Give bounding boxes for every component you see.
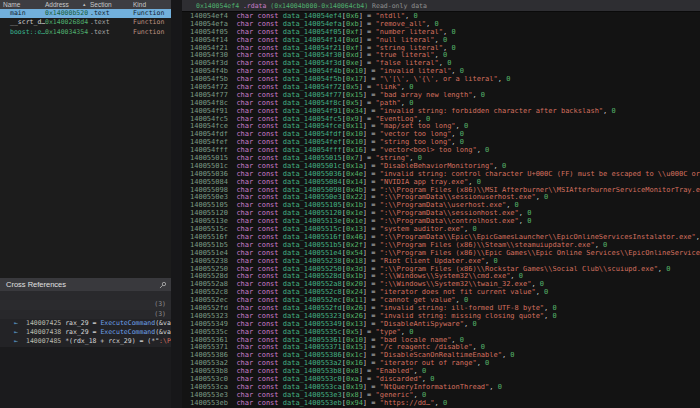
xrefs-group-count: (3) xyxy=(154,300,166,309)
data-definition-row[interactable]: 14005513e char const data_14005513e[0x1e… xyxy=(182,218,700,226)
table-row[interactable]: __scrt_d…0x1400268d4.textFunction xyxy=(0,18,171,27)
data-definition-row[interactable]: 140055036 char const data_140055036[0x4e… xyxy=(182,171,700,179)
symbol-name: __scrt_d… xyxy=(10,18,45,27)
data-definition-row[interactable]: 1400552c8 char const data_1400552c8[0x24… xyxy=(182,289,700,297)
xref-row[interactable]: ⇤140007425 rax_29 = ExecuteCommand(&var_… xyxy=(0,319,171,328)
symbol-address: 0x1400268d4 xyxy=(45,18,88,27)
data-definition-row[interactable]: 140054fce char const data_140054fce[0x11… xyxy=(182,123,700,131)
column-header-name[interactable]: Name xyxy=(3,0,20,9)
table-row[interactable]: main0x14000b520.textFunction xyxy=(0,9,171,18)
data-definition-row[interactable]: 140055386 char const data_140055386[0x1c… xyxy=(182,352,700,360)
data-definition-row[interactable]: 140055105 char const data_140055105[0x1b… xyxy=(182,202,700,210)
binary-ninja-window: Name Address ▴ Section Kind main0x14000b… xyxy=(0,0,700,408)
data-definition-row[interactable]: 140055349 char const data_140055349[0x13… xyxy=(182,321,700,329)
rdata-listing[interactable]: 140054ef4 char const data_140054ef4[0x6]… xyxy=(182,13,700,408)
data-definition-row[interactable]: 140054f91 char const data_140054f91[0x34… xyxy=(182,108,700,116)
data-definition-row[interactable]: 1400551e4 char const data_1400551e4[0x54… xyxy=(182,250,700,258)
data-definition-row[interactable]: 1400552fd char const data_1400552fd[0x26… xyxy=(182,305,700,313)
data-definition-row[interactable]: 140054fc5 char const data_140054fc5[0x9]… xyxy=(182,116,700,124)
incoming-reference-icon: ⇤ xyxy=(14,328,26,337)
data-definition-row[interactable]: 140055015 char const data_140055015[0x7]… xyxy=(182,155,700,163)
column-header-address[interactable]: Address xyxy=(45,0,69,9)
data-definition-row[interactable]: 140055250 char const data_140055250[0x3d… xyxy=(182,266,700,274)
data-definition-row[interactable]: 1400553ca char const data_1400553ca[0x19… xyxy=(182,384,700,392)
data-definition-row[interactable]: 140054f72 char const data_140054f72[0x5]… xyxy=(182,84,700,92)
column-header-kind[interactable]: Kind xyxy=(133,0,146,9)
linear-view: 0x140054ef4 .rdata (0x14004b000-0x140064… xyxy=(182,0,700,408)
data-definition-row[interactable]: 140054f14 char const data_140054f14[0xd]… xyxy=(182,37,700,45)
table-row[interactable]: boost::e…0x140034354.textFunction xyxy=(0,28,171,37)
left-sidebar: Name Address ▴ Section Kind main0x14000b… xyxy=(0,0,171,408)
data-definition-row[interactable]: 14005528d char const data_14005528d[0x1b… xyxy=(182,273,700,281)
xrefs-list: ⇤140007425 rax_29 = ExecuteCommand(&var_… xyxy=(0,319,171,347)
xrefs-function-count: (3) xyxy=(154,310,166,319)
data-definition-row[interactable]: 1400551b5 char const data_1400551b5[0x2f… xyxy=(182,242,700,250)
data-definition-row[interactable]: 1400550e3 char const data_1400550e3[0x22… xyxy=(182,194,700,202)
data-definition-row[interactable]: 14005515c char const data_14005515c[0x13… xyxy=(182,226,700,234)
data-definition-row[interactable]: 140055323 char const data_140055323[0x26… xyxy=(182,313,700,321)
data-definition-row[interactable]: 1400553c0 char const data_1400553c0[0xa]… xyxy=(182,376,700,384)
data-definition-row[interactable]: 140054f8c char const data_140054f8c[0x5]… xyxy=(182,100,700,108)
data-definition-row[interactable]: 140054f05 char const data_140054f05[0xf]… xyxy=(182,29,700,37)
xrefs-function-sub-140006ce8[interactable]: ▾sub_140006ce8 (3) xyxy=(0,310,171,319)
data-definition-row[interactable]: 1400552a8 char const data_1400552a8[0x20… xyxy=(182,281,700,289)
cross-references-title: Cross References xyxy=(6,280,66,289)
symbol-name: main xyxy=(10,9,26,18)
data-definition-row[interactable]: 140054f30 char const data_140054f30[0xd]… xyxy=(182,52,700,60)
xrefs-group-code-references[interactable]: ▾Code References (3) xyxy=(0,300,171,309)
data-definition-row[interactable]: 1400553e3 char const data_1400553e3[0x8]… xyxy=(182,392,700,400)
xrefs-filter-row[interactable]: ▸Filter (3) xyxy=(0,291,171,300)
data-definition-row[interactable]: 140055371 char const data_140055371[0x15… xyxy=(182,344,700,352)
symbol-section: .text xyxy=(90,9,110,18)
column-header-section[interactable]: Section xyxy=(90,0,112,9)
xref-row[interactable]: ⇤140007485 *(rdx_18 + rcx_29) = (*":\Pro… xyxy=(0,337,171,346)
data-definition-row[interactable]: 14005535c char const data_14005535c[0x5]… xyxy=(182,329,700,337)
symbol-name: boost::e… xyxy=(10,28,45,37)
data-definition-row[interactable]: 140054f3d char const data_140054f3d[0xe]… xyxy=(182,60,700,68)
section-range: (0x14004b000-0x140064cb4) xyxy=(270,2,368,10)
data-definition-row[interactable]: 140055120 char const data_140055120[0x1e… xyxy=(182,210,700,218)
cross-references-panel: Cross References ▸Filter (3) ▾Code Refer… xyxy=(0,278,171,408)
data-definition-row[interactable]: 140055084 char const data_140055084[0x14… xyxy=(182,179,700,187)
pin-icon[interactable] xyxy=(159,281,167,289)
cross-references-header: Cross References xyxy=(0,278,171,291)
data-definition-row[interactable]: 140054f4b char const data_140054f4b[0x10… xyxy=(182,68,700,76)
data-definition-row[interactable]: 140054fef char const data_140054fef[0x10… xyxy=(182,139,700,147)
symbol-section: .text xyxy=(90,28,110,37)
sort-ascending-icon: ▴ xyxy=(83,0,86,9)
symbol-table-body: main0x14000b520.textFunction__scrt_d…0x1… xyxy=(0,9,171,37)
data-definition-row[interactable]: 1400553eb char const data_1400553eb[0x94… xyxy=(182,400,700,408)
symbol-address: 0x140034354 xyxy=(45,28,88,37)
data-definition-row[interactable]: 140054f5b char const data_140054f5b[0x17… xyxy=(182,76,700,84)
current-address: 0x140054ef4 xyxy=(196,2,239,10)
data-definition-row[interactable]: 1400553b8 char const data_1400553b8[0x8]… xyxy=(182,368,700,376)
symbol-kind: Function xyxy=(133,9,164,18)
symbol-kind: Function xyxy=(133,28,164,37)
data-definition-row[interactable]: 140054ef4 char const data_140054ef4[0x6]… xyxy=(182,13,700,21)
symbol-address: 0x14000b520 xyxy=(45,9,88,18)
data-definition-row[interactable]: 140055098 char const data_140055098[0x4b… xyxy=(182,187,700,195)
symbol-section: .text xyxy=(90,18,110,27)
incoming-reference-icon: ⇤ xyxy=(14,337,26,346)
data-definition-row[interactable]: 140054efa char const data_140054efa[0xb]… xyxy=(182,21,700,29)
symbol-kind: Function xyxy=(133,18,164,27)
symbol-table: Name Address ▴ Section Kind main0x14000b… xyxy=(0,0,171,278)
data-definition-row[interactable]: 14005516f char const data_14005516f[0x46… xyxy=(182,234,700,242)
current-section: .rdata xyxy=(239,2,270,10)
data-definition-row[interactable]: 140054f77 char const data_140054f77[0x15… xyxy=(182,92,700,100)
data-definition-row[interactable]: 140054fdf char const data_140054fdf[0x10… xyxy=(182,131,700,139)
data-definition-row[interactable]: 140054f21 char const data_140054f21[0xf]… xyxy=(182,45,700,53)
xref-row[interactable]: ⇤140007438 rax_29 = ExecuteCommand(&var_… xyxy=(0,328,171,337)
data-definition-row[interactable]: 140055361 char const data_140055361[0x10… xyxy=(182,337,700,345)
incoming-reference-icon: ⇤ xyxy=(14,319,26,328)
data-definition-row[interactable]: 140055238 char const data_140055238[0x18… xyxy=(182,258,700,266)
linear-view-status-bar: 0x140054ef4 .rdata (0x14004b000-0x140064… xyxy=(182,0,700,12)
data-definition-row[interactable]: 14005501c char const data_14005501c[0x1a… xyxy=(182,163,700,171)
data-definition-row[interactable]: 1400553a2 char const data_1400553a2[0x16… xyxy=(182,360,700,368)
data-definition-row[interactable]: 1400552ec char const data_1400552ec[0x11… xyxy=(182,297,700,305)
data-definition-row[interactable]: 140054fff char const data_140054fff[0x16… xyxy=(182,147,700,155)
section-description: Read-only data xyxy=(368,2,427,10)
symbol-table-header: Name Address ▴ Section Kind xyxy=(0,0,171,9)
panel-divider[interactable] xyxy=(171,0,182,408)
